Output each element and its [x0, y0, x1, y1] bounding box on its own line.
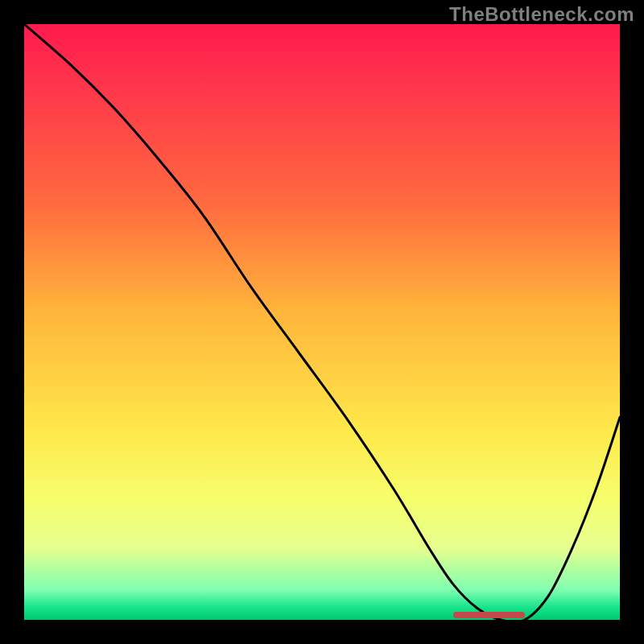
plot-area — [24, 24, 620, 620]
chart-stage: TheBottleneck.com — [0, 0, 644, 644]
bottleneck-curve — [24, 24, 620, 620]
watermark-text: TheBottleneck.com — [449, 5, 634, 24]
optimum-range-marker — [453, 612, 525, 618]
